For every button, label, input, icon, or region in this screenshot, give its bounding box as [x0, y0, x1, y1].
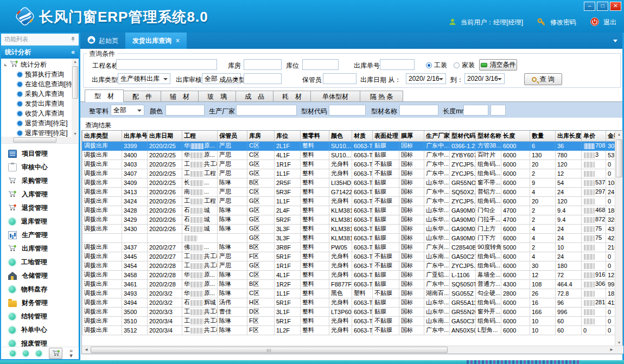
cart-module-button[interactable]	[49, 348, 62, 359]
minimize-button[interactable]: –	[584, 2, 595, 11]
table-row[interactable]: 调拨出库34032020/2/25工共工程严思G区1R1F整料光身料6063-T…	[82, 159, 616, 169]
column-header-工程[interactable]: 工程	[182, 131, 218, 141]
material-tab-辅材[interactable]: 辅 材	[161, 91, 199, 102]
pin-icon[interactable]	[71, 36, 75, 43]
section-header-statistics[interactable]: 统计分析 «	[1, 46, 79, 59]
scroll-left-icon[interactable]: ◄	[84, 347, 88, 352]
column-header-颜色[interactable]: 颜色	[329, 131, 352, 141]
table-row[interactable]: 调拨出库34072020/2/25工工程严思G区1L1F整料光身料6063-T5…	[82, 169, 616, 178]
sidebar-item-项目管理[interactable]: 项目管理	[1, 147, 78, 161]
table-row[interactable]: 调拨出库34932020/3/2华原...陈琳C区1L1F整料黑色塑料不贴膜国标…	[82, 289, 616, 298]
tree-item-预算执行查询[interactable]: 预算执行查询	[1, 69, 72, 79]
table-row[interactable]: 调拨出库35002020/3/3工共工程曹佳D区3L1F整料LT3P606063…	[82, 307, 616, 316]
table-row[interactable]: 调拨出库34092020/2/25长...陈琳B区2R5F整料LI35HD606…	[82, 178, 616, 187]
tree-item-发货出库查询[interactable]: 发货出库查询	[1, 99, 72, 108]
material-tab-耗材[interactable]: 耗 材	[273, 91, 311, 102]
column-header-出库日期[interactable]: 出库日期	[148, 131, 182, 141]
material-tab-隔热条[interactable]: 隔 热 条	[360, 91, 403, 102]
tree-item-退货查询[待定][interactable]: 退货查询[待定]	[1, 118, 72, 128]
date-from-picker[interactable]: 2020/ 2/16	[406, 73, 446, 84]
column-header-库位[interactable]: 库位	[275, 131, 301, 141]
radio-jiazhuang[interactable]: 家装	[454, 61, 475, 70]
factory-input[interactable]	[236, 105, 297, 116]
sidebar-item-出库管理[interactable]: 出库管理	[1, 242, 78, 256]
order-no-input[interactable]	[380, 59, 415, 70]
warehouse-input[interactable]	[244, 59, 282, 70]
sidebar-item-财务管理[interactable]: 财务管理	[1, 296, 78, 310]
material-tab-成品[interactable]: 成 品	[235, 91, 273, 102]
table-row[interactable]: 调拨出库34372020/2/27佛...陈琳B区3R8F整料PW056063-…	[82, 242, 616, 252]
tree-vertical-scrollbar[interactable]: ▲ ▼	[72, 59, 79, 137]
sidebar-item-仓储管理[interactable]: 仓储管理	[1, 269, 78, 283]
grid-vertical-scrollbar[interactable]: ▲ ▼	[615, 131, 622, 346]
collapse-icon[interactable]: «	[71, 48, 75, 56]
module-dot-icon[interactable]	[36, 350, 42, 356]
table-row[interactable]: 调拨出库33992020/2/25华原...严思C区2L1F整料SU10...6…	[82, 141, 616, 150]
whole-part-select[interactable]: 全部	[111, 105, 144, 116]
maximize-button[interactable]: □	[597, 2, 608, 11]
grid-horizontal-scrollbar[interactable]: ◄ ►	[82, 346, 623, 354]
column-header-保管员[interactable]: 保管员	[218, 131, 247, 141]
table-row[interactable]: 调拨出库34542020/2/28工共工程严思G区1R1F整料光身料6063-T…	[82, 261, 616, 270]
tab-发货出库查询[interactable]: 发货出库查询×	[125, 33, 187, 49]
location-input[interactable]	[302, 59, 339, 70]
length-input-2[interactable]	[491, 105, 506, 116]
table-row[interactable]: 调拨出库34242020/2/26工工程严思G区1L1F整料光身料6063-T5…	[82, 196, 616, 206]
column-header-型材名称[interactable]: 型材名称	[476, 131, 501, 141]
table-row[interactable]: 调拨出库34282020/2/26石城陈琳G区2L4F整料KLM38176063…	[82, 206, 616, 215]
table-row[interactable]: 调拨出库34452020/2/27工共工程严思F区5R1F整料光身料6063-T…	[82, 252, 616, 261]
column-header-材质[interactable]: 材质	[352, 131, 373, 141]
sidebar-item-入库管理[interactable]: 入库管理	[1, 188, 78, 201]
table-row[interactable]: 调拨出库35102020/3/4工共工程陈琳F区5R1F整料光身料6063-T5…	[82, 316, 616, 325]
module-dot-icon[interactable]	[23, 350, 29, 356]
profile-code-input[interactable]	[329, 105, 366, 116]
material-tab-单体型材[interactable]: 单体型材	[310, 91, 360, 102]
table-row[interactable]: G区3L3F整料KLM38176063-T5贴膜国标山东华...GA90M09.…	[82, 233, 616, 242]
close-tab-icon[interactable]: ×	[176, 37, 180, 44]
tree-item-在途信息查询[待[interactable]: 在途信息查询[待	[1, 79, 72, 89]
sidebar-item-退货管理[interactable]: 退货管理	[1, 201, 78, 215]
color-input[interactable]	[165, 105, 205, 116]
table-row[interactable]: 调拨出库34302020/2/26石城陈琳G区3L3F整料KLM38176063…	[82, 224, 616, 233]
clear-conditions-button[interactable]: 清空条件	[479, 59, 517, 71]
column-header-数量[interactable]: 数量	[530, 131, 556, 141]
sidebar-item-退库管理[interactable]: 退库管理	[1, 215, 78, 228]
date-to-picker[interactable]: 2020/ 3/16	[464, 73, 505, 84]
scroll-up-icon[interactable]: ▲	[72, 60, 79, 63]
product-type-input[interactable]	[244, 73, 282, 84]
table-row[interactable]: 调拨出库34612020/2/28华原...陈琳B区1R2F整料F8877FT6…	[82, 279, 616, 289]
project-name-input[interactable]	[116, 59, 217, 70]
profile-name-input[interactable]	[399, 105, 438, 116]
length-input[interactable]	[463, 105, 488, 116]
sidebar-item-工地管理[interactable]: 工地管理	[1, 256, 78, 269]
sidebar-item-报废管理[interactable]: 报废管理	[1, 337, 78, 347]
column-header-整零料[interactable]: 整零料	[301, 131, 329, 141]
table-row[interactable]: 调拨出库34292020/2/26石城陈琳G区5R2F整料KLM38176063…	[82, 215, 616, 224]
scroll-up-icon[interactable]: ▲	[615, 132, 623, 136]
column-header-生产厂家[interactable]: 生产厂家	[424, 131, 450, 141]
radio-gongzhuang[interactable]: 工装	[426, 61, 447, 70]
logout-link[interactable]: 退出	[603, 18, 616, 27]
table-row[interactable]: 调拨出库34942020/3/2石辉城汤伟H区5R1F整料光身料6063-T5贴…	[82, 298, 616, 307]
tab-起始页[interactable]: 起始页	[80, 33, 125, 49]
tab-list-chevron-icon[interactable]	[613, 40, 617, 42]
column-header-长度[interactable]: 长度	[501, 131, 530, 141]
column-header-膜厚[interactable]: 膜厚	[399, 131, 424, 141]
sidebar-item-采购管理[interactable]: 采购管理	[1, 174, 78, 188]
column-header-出库类型[interactable]: 出库类型	[82, 131, 122, 141]
column-header-单价[interactable]: 单价	[582, 131, 606, 141]
tree-root[interactable]: 统计分析	[1, 60, 72, 69]
tree-item-采购入库查询[interactable]: 采购入库查询	[1, 89, 72, 99]
column-header-型材代码[interactable]: 型材代码	[450, 131, 476, 141]
tree-horizontal-scrollbar[interactable]	[1, 137, 79, 143]
tree-item-收货入库查询[interactable]: 收货入库查询	[1, 108, 72, 118]
column-header-库房[interactable]: 库房	[247, 131, 275, 141]
scroll-down-icon[interactable]: ▼	[615, 341, 623, 344]
module-dot-icon[interactable]	[10, 350, 16, 356]
scroll-right-icon[interactable]: ►	[609, 347, 614, 352]
out-type-select[interactable]: 生产领料出库	[118, 73, 170, 84]
tree-item-退库管理[待定][interactable]: 退库管理[待定]	[1, 128, 72, 137]
table-row[interactable]: 调拨出库34002020/2/25华原...严思C区4L1F整料SU10...6…	[82, 150, 616, 159]
material-tab-配件[interactable]: 配 件	[123, 91, 161, 102]
column-header-出库单号[interactable]: 出库单号	[122, 131, 148, 141]
